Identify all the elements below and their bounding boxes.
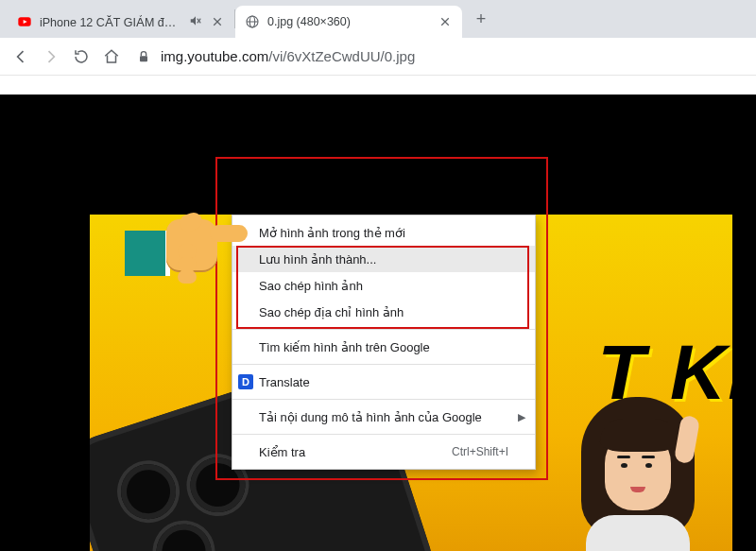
menu-separator bbox=[232, 434, 535, 435]
menu-label: Lưu hình ảnh thành... bbox=[259, 252, 508, 267]
address-bar[interactable]: img.youtube.com/vi/6vXtZeCwdUU/0.jpg bbox=[136, 43, 750, 71]
tab-youtube[interactable]: iPhone 12 CẮT GIẢM để TIẾT bbox=[8, 6, 234, 38]
new-tab-button[interactable]: + bbox=[468, 6, 494, 32]
menu-label: Sao chép địa chỉ hình ảnh bbox=[259, 305, 508, 319]
pointing-hand-icon bbox=[125, 198, 236, 291]
reload-button[interactable] bbox=[66, 42, 96, 72]
menu-label: Translate bbox=[259, 375, 508, 389]
menu-label: Tìm kiếm hình ảnh trên Google bbox=[259, 340, 508, 354]
person-graphic bbox=[562, 392, 713, 551]
home-button[interactable] bbox=[96, 42, 127, 72]
context-menu: Mở hình ảnh trong thẻ mới Lưu hình ảnh t… bbox=[232, 215, 536, 470]
svg-rect-11 bbox=[140, 56, 147, 61]
menu-label: Tải nội dung mô tả hình ảnh của Google bbox=[259, 410, 508, 424]
menu-copy-image-address[interactable]: Sao chép địa chỉ hình ảnh bbox=[232, 299, 535, 325]
menu-copy-image[interactable]: Sao chép hình ảnh bbox=[232, 272, 535, 299]
menu-shortcut: Ctrl+Shift+I bbox=[452, 445, 508, 458]
menu-separator bbox=[232, 364, 535, 365]
menu-inspect[interactable]: Kiểm tra Ctrl+Shift+I bbox=[232, 439, 535, 465]
chevron-right-icon: ▶ bbox=[518, 411, 525, 423]
tab-strip: iPhone 12 CẮT GIẢM để TIẾT 0.jpg (480×36… bbox=[0, 0, 756, 38]
menu-translate[interactable]: D Translate bbox=[232, 369, 535, 395]
url-host: img.youtube.com bbox=[161, 48, 268, 64]
menu-label: Kiểm tra bbox=[259, 445, 452, 459]
menu-separator bbox=[232, 329, 535, 330]
globe-icon bbox=[245, 14, 260, 29]
back-button[interactable] bbox=[6, 42, 36, 72]
menu-separator bbox=[232, 399, 535, 400]
tab-image[interactable]: 0.jpg (480×360) bbox=[235, 6, 462, 38]
menu-image-description[interactable]: Tải nội dung mô tả hình ảnh của Google ▶ bbox=[232, 404, 535, 430]
youtube-icon bbox=[17, 14, 32, 29]
menu-save-image-as[interactable]: Lưu hình ảnh thành... bbox=[232, 246, 535, 272]
forward-button[interactable] bbox=[36, 42, 66, 72]
toolbar: img.youtube.com/vi/6vXtZeCwdUU/0.jpg bbox=[0, 38, 756, 76]
audio-muted-icon[interactable] bbox=[189, 14, 204, 29]
tab-title: iPhone 12 CẮT GIẢM để TIẾT bbox=[40, 15, 183, 29]
menu-search-google[interactable]: Tìm kiếm hình ảnh trên Google bbox=[232, 334, 535, 360]
menu-open-new-tab[interactable]: Mở hình ảnh trong thẻ mới bbox=[232, 219, 535, 246]
tab-title: 0.jpg (480×360) bbox=[267, 15, 432, 28]
menu-label: Mở hình ảnh trong thẻ mới bbox=[259, 226, 508, 240]
menu-label: Sao chép hình ảnh bbox=[259, 279, 508, 293]
close-icon[interactable] bbox=[210, 14, 225, 29]
translate-icon: D bbox=[238, 374, 253, 389]
close-icon[interactable] bbox=[438, 14, 453, 29]
url-path: /vi/6vXtZeCwdUU/0.jpg bbox=[268, 48, 415, 64]
lock-icon bbox=[136, 49, 151, 64]
